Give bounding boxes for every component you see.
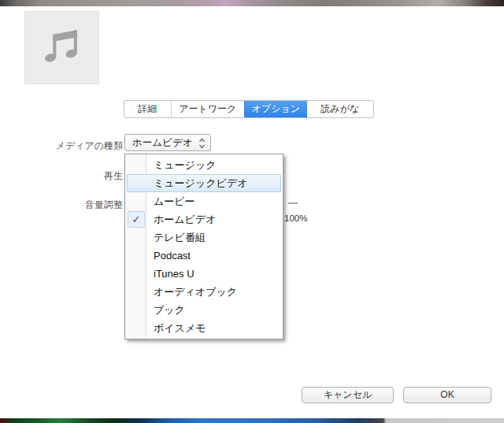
menu-item-book[interactable]: ブック xyxy=(127,301,281,319)
media-kind-menu: ミュージック ミュージックビデオ ムービー ✓ ホームビデオ テレビ番組 Pod… xyxy=(124,154,284,340)
menu-item-music[interactable]: ミュージック xyxy=(127,156,281,174)
media-kind-dropdown[interactable]: ホームビデオ xyxy=(124,134,211,151)
menu-item-label: ホームビデオ xyxy=(154,213,217,225)
desktop-background-bottom xyxy=(0,418,504,423)
updown-chevron-icon xyxy=(198,138,206,154)
menu-item-podcast[interactable]: Podcast xyxy=(127,247,281,265)
menu-item-tv-show[interactable]: テレビ番組 xyxy=(127,228,281,247)
volume-slider-tick xyxy=(288,202,298,204)
track-info-dialog: 詳細 アートワーク オプション 読みがな メディアの種類 再生 音量調整 ホーム… xyxy=(0,0,504,423)
volume-percent-value: 100% xyxy=(284,213,307,223)
media-kind-label: メディアの種類 xyxy=(56,139,123,153)
menu-item-voice-memo[interactable]: ボイスメモ xyxy=(127,319,281,337)
desktop-background-top xyxy=(0,0,504,6)
menu-item-audiobook[interactable]: オーディオブック xyxy=(127,283,281,301)
volume-adjust-label: 音量調整 xyxy=(85,199,123,212)
menu-item-home-video[interactable]: ✓ ホームビデオ xyxy=(127,210,281,228)
album-artwork-placeholder xyxy=(24,11,99,84)
music-note-icon xyxy=(41,25,83,71)
tab-sorting[interactable]: 読みがな xyxy=(307,101,373,117)
media-kind-selected-value: ホームビデオ xyxy=(132,137,192,148)
menu-item-movie[interactable]: ムービー xyxy=(127,192,281,210)
menu-item-itunes-u[interactable]: iTunes U xyxy=(127,265,281,283)
menu-item-music-video[interactable]: ミュージックビデオ xyxy=(127,174,281,192)
ok-button[interactable]: OK xyxy=(403,387,491,403)
tab-options[interactable]: オプション xyxy=(244,101,307,117)
tab-details[interactable]: 詳細 xyxy=(124,101,171,117)
checkmark-icon: ✓ xyxy=(128,211,145,228)
playback-section-label: 再生 xyxy=(104,169,123,183)
cancel-button[interactable]: キャンセル xyxy=(302,387,394,403)
info-tabs: 詳細 アートワーク オプション 読みがな xyxy=(124,100,374,118)
tab-artwork[interactable]: アートワーク xyxy=(171,101,244,117)
